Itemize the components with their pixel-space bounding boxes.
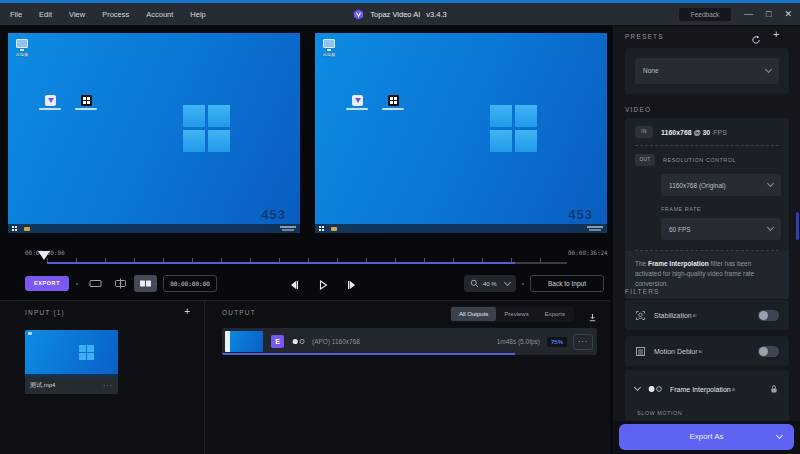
- app-title-text: Topaz Video AI: [370, 10, 420, 19]
- tab-previews[interactable]: Previews: [496, 307, 536, 321]
- export-as-label: Export As: [619, 424, 794, 450]
- tab-exports[interactable]: Exports: [537, 307, 573, 321]
- menu-item-help[interactable]: Help: [190, 10, 205, 19]
- input-item-menu-button[interactable]: ···: [103, 382, 113, 389]
- single-view-button[interactable]: [84, 275, 107, 292]
- ai-superscript: AI: [732, 387, 736, 392]
- reset-presets-button[interactable]: [751, 31, 761, 49]
- desktop-icons: [38, 95, 98, 110]
- close-button[interactable]: ✕: [784, 3, 792, 26]
- export-bar: Export As: [613, 421, 800, 454]
- video-preview-input[interactable]: 此电脑 453: [8, 33, 300, 233]
- export-button[interactable]: EXPORT: [25, 276, 69, 291]
- chevron-down-icon: [767, 180, 774, 187]
- titlebar: File Edit View Process Account Help Topa…: [0, 3, 800, 26]
- video-taskbar: [315, 224, 607, 233]
- menu-item-file[interactable]: File: [10, 10, 22, 19]
- video-header: VIDEO: [625, 106, 651, 113]
- timeline-track-rest[interactable]: [515, 262, 567, 264]
- timeline-track-loaded[interactable]: [47, 262, 515, 264]
- start-icon: [12, 226, 17, 231]
- sidebar: PRESETS + None VIDEO IN 1160x768 @ 30 FP…: [613, 26, 800, 454]
- menu-item-process[interactable]: Process: [102, 10, 129, 19]
- folder-icon: [24, 227, 30, 231]
- menu-item-view[interactable]: View: [69, 10, 85, 19]
- motion-deblur-toggle[interactable]: [758, 346, 779, 357]
- slow-motion-label: SLOW MOTION: [637, 410, 789, 416]
- collapse-chevron-icon[interactable]: [634, 384, 641, 391]
- frame-rate-value: 60 FPS: [669, 226, 691, 233]
- output-row-thumbnail: [225, 331, 263, 352]
- add-preset-button[interactable]: +: [773, 28, 779, 40]
- maximize-button[interactable]: □: [766, 3, 771, 26]
- stabilization-toggle[interactable]: [758, 310, 779, 321]
- export-status-badge: E: [271, 335, 284, 348]
- transport-bar: EXPORT 00:00:00:00: [0, 270, 610, 300]
- add-input-button[interactable]: +: [184, 306, 190, 317]
- split-view-button[interactable]: [109, 275, 132, 292]
- menu-bar: File Edit View Process Account Help: [10, 3, 206, 26]
- export-all-button[interactable]: [588, 308, 597, 326]
- app-window: File Edit View Process Account Help Topa…: [0, 0, 800, 454]
- frame-rate-select[interactable]: 60 FPS: [661, 218, 781, 240]
- presets-card: None: [625, 48, 789, 94]
- previous-frame-button[interactable]: [283, 276, 305, 294]
- menu-item-account[interactable]: Account: [146, 10, 173, 19]
- this-pc-icon: [323, 39, 335, 48]
- frame-counter-overlay: 453: [568, 207, 593, 222]
- input-thumbnail-card[interactable]: 测试.mp4 ···: [25, 330, 118, 394]
- play-button[interactable]: [312, 276, 334, 294]
- menu-item-edit[interactable]: Edit: [39, 10, 52, 19]
- chevron-down-icon: [765, 66, 772, 73]
- taskbar-clock: [280, 226, 296, 231]
- next-frame-button[interactable]: [341, 276, 363, 294]
- feedback-button[interactable]: Feedback: [679, 8, 731, 21]
- output-row-duration: 1m48s (5.0fps): [497, 338, 540, 345]
- minimize-button[interactable]: —: [744, 3, 753, 26]
- windows-logo: [490, 105, 537, 152]
- this-pc-label: 此电脑: [317, 52, 341, 57]
- current-time-field[interactable]: 00:00:00:00: [163, 275, 217, 292]
- download-icon: [588, 313, 597, 322]
- video-card: IN 1160x768 @ 30 FPS OUT RESOLUTION CONT…: [625, 118, 789, 299]
- resolution-select[interactable]: 1160x768 (Original): [661, 174, 781, 196]
- output-row-label: (APO) 1160x768: [312, 338, 360, 345]
- app-version: v3.4.3: [426, 10, 446, 19]
- side-by-side-view-button[interactable]: [134, 275, 157, 292]
- magnifier-icon: [470, 279, 479, 288]
- preset-select[interactable]: None: [635, 58, 779, 84]
- video-preview-output[interactable]: 此电脑 453: [315, 33, 607, 233]
- output-tabs: All Outputs Previews Exports: [450, 306, 574, 322]
- this-pc-label: 此电脑: [10, 52, 34, 57]
- filters-header: FILTERS: [625, 288, 660, 295]
- installer-icon: [45, 95, 56, 106]
- playhead-marker[interactable]: [38, 251, 50, 266]
- output-panel: OUTPUT All Outputs Previews Exports E (A…: [205, 301, 610, 454]
- output-row-menu-button[interactable]: ···: [573, 334, 593, 350]
- motion-deblur-icon: [635, 346, 646, 357]
- zoom-level-dropdown[interactable]: 40 %: [464, 275, 516, 292]
- output-row[interactable]: E (APO) 1160x768 1m48s (5.0fps) 75% ···: [222, 328, 597, 355]
- tab-all-outputs[interactable]: All Outputs: [451, 307, 496, 321]
- in-badge: IN: [635, 126, 653, 138]
- input-video-specs-unit: FPS: [713, 129, 727, 136]
- zoom-level-value: 40 %: [483, 281, 497, 287]
- windows-logo: [183, 105, 230, 152]
- filter-motion-deblur: Motion Deblur AI: [625, 336, 789, 366]
- output-panel-title: OUTPUT: [222, 309, 256, 316]
- input-panel-title: INPUT (1): [25, 309, 65, 316]
- back-to-input-button[interactable]: Back to Input: [530, 275, 604, 292]
- frame-interpolation-icon: [648, 385, 663, 393]
- input-video-specs: 1160x768 @ 30: [661, 129, 710, 136]
- output-progress-percent: 75%: [547, 337, 567, 347]
- app-logo-icon: [353, 6, 364, 24]
- filter-name: Stabilization: [654, 312, 692, 319]
- export-as-button[interactable]: Export As: [619, 424, 794, 450]
- timeline[interactable]: 00:00:00:00 00:00:36:24: [0, 240, 610, 270]
- frame-counter-overlay: 453: [261, 207, 286, 222]
- sidebar-scrollbar-thumb[interactable]: [796, 212, 799, 240]
- ai-superscript: AI: [693, 313, 697, 318]
- resolution-value: 1160x768 (Original): [669, 182, 726, 189]
- chevron-down-icon: [504, 279, 511, 286]
- frame-interpolation-icon: [292, 338, 306, 345]
